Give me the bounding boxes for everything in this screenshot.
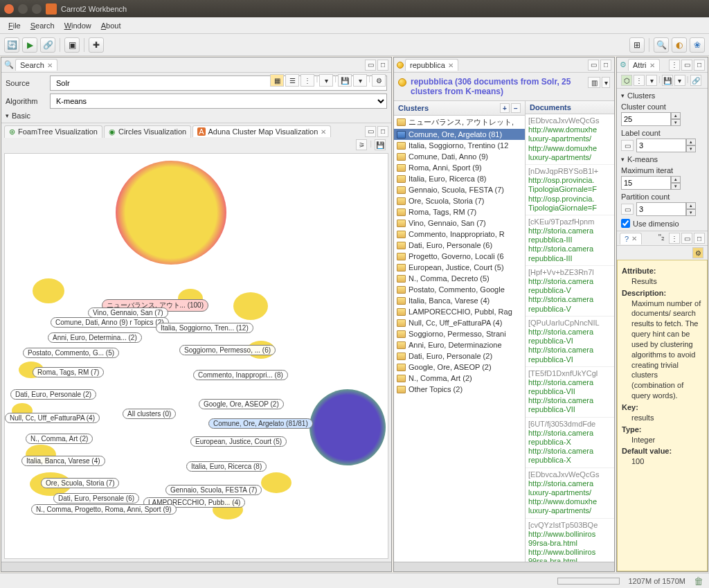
algorithm-select[interactable]: K-means <box>50 93 387 109</box>
cluster-item[interactable]: Soggiorno, Permesso, Strani <box>394 328 525 339</box>
viz-cluster-label[interactable]: Italia, Euro, Ricerca (8) <box>186 461 267 472</box>
window-close-icon[interactable] <box>4 4 14 14</box>
tree-icon[interactable]: ⋮ <box>300 74 314 87</box>
cluster-item[interactable]: Null, Cc, Uff_eFatturaPA (4) <box>394 317 525 328</box>
viz-cluster-label[interactable]: Soggiorno, Permesso, ... (6) <box>179 345 276 355</box>
cluster-item[interactable]: ニューバランス, アウトレット, <box>394 116 525 129</box>
attr-group-icon[interactable]: ⬡ <box>621 75 632 86</box>
cluster-item[interactable]: Italia, Euro, Ricerca (8) <box>394 173 525 184</box>
minimize-icon[interactable]: ▭ <box>365 126 376 137</box>
viz-cluster-label[interactable]: Null, Cc, Uff_eFatturaPA (4) <box>5 413 100 423</box>
minimize-icon[interactable]: ▭ <box>365 60 376 71</box>
cluster-item[interactable]: Roma, Anni, Sport (9) <box>394 162 525 173</box>
tab-aduna[interactable]: AAduna Cluster Map Visualization✕ <box>192 125 331 137</box>
document-item[interactable]: [QPuUarIuCpNncNILhttp://storia.camerarep… <box>526 317 614 367</box>
overview-icon[interactable]: ▣ <box>64 37 80 53</box>
viz-cluster-label[interactable]: Google, Ore, ASEOP (2) <box>199 399 284 409</box>
close-icon[interactable]: ✕ <box>448 62 454 69</box>
slider-icon[interactable]: ▭ <box>621 140 634 151</box>
cluster-item[interactable]: Dati, Euro, Personale (2) <box>394 350 525 362</box>
aduna-visualization[interactable]: ニューバランス, アウト... (100) Vino, Gennaio, San… <box>4 153 388 559</box>
cluster-item[interactable]: Vino, Gennaio, San (7) <box>394 217 525 229</box>
partition-input[interactable] <box>636 202 686 216</box>
menu-search[interactable]: Search <box>26 20 59 31</box>
viz-cluster-label[interactable]: Roma, Tags, RM (7) <box>33 367 104 377</box>
viz-cluster-label[interactable]: Anni, Euro, Determina... (2) <box>48 332 142 343</box>
document-item[interactable]: [TE5fD1DxnfUkYCglhttp://storia.camerarep… <box>526 367 614 418</box>
run-icon[interactable]: ▶ <box>22 37 37 53</box>
spin-up-icon[interactable]: ▴ <box>671 176 681 183</box>
max-iter-input[interactable] <box>621 176 671 190</box>
cluster-item[interactable]: Dati, Euro, Personale (6) <box>394 240 525 251</box>
cluster-item[interactable]: Comune, Dati, Anno (9) <box>394 151 525 162</box>
viz-cluster-label[interactable]: Gennaio, Scuola, FESTA (7) <box>165 485 262 495</box>
document-item[interactable]: [EDbvcaJxvWeQcGshttp://storia.cameraluxu… <box>526 468 614 519</box>
menu-file[interactable]: File <box>4 20 25 31</box>
cluster-item[interactable]: Italia, Banca, Varese (4) <box>394 295 525 306</box>
layout-icon[interactable]: ▦ <box>270 74 284 87</box>
menu-window[interactable]: Window <box>60 20 96 31</box>
cluster-item[interactable]: N., Comma, Decreto (5) <box>394 273 525 284</box>
settings-icon[interactable]: ⚙ <box>372 74 386 87</box>
cluster-item[interactable]: Gennaio, Scuola, FESTA (7) <box>394 184 525 195</box>
attr-link-icon[interactable]: 🔗 <box>690 75 701 86</box>
window-maximize-icon[interactable] <box>32 4 42 14</box>
maximize-icon[interactable]: □ <box>600 60 611 71</box>
section-clusters[interactable]: Clusters <box>621 91 703 100</box>
cluster-item[interactable]: Progetto, Governo, Locali (6 <box>394 251 525 262</box>
close-icon[interactable]: ✕ <box>321 128 326 136</box>
save-dropdown-icon[interactable]: ▾ <box>353 74 367 87</box>
cluster-item[interactable]: Postato, Commento, Google <box>394 284 525 295</box>
spin-down-icon[interactable]: ▾ <box>686 209 696 216</box>
cluster-item[interactable]: Google, Ore, ASEOP (2) <box>394 362 525 373</box>
minimize-icon[interactable]: ▭ <box>681 233 692 244</box>
attr-tree-icon[interactable]: ⋮ <box>634 75 645 86</box>
cluster-item[interactable]: Commento, Inappropriato, R <box>394 229 525 240</box>
spin-down-icon[interactable]: ▾ <box>671 183 681 190</box>
result-view-dropdown-icon[interactable]: ▾ <box>602 77 610 88</box>
cluster-item[interactable]: Ore, Scuola, Storia (7) <box>394 195 525 206</box>
spin-down-icon[interactable]: ▾ <box>671 119 681 126</box>
viz-cluster-label[interactable]: European, Justice, Court (5) <box>190 436 287 447</box>
collapse-icon[interactable]: ▾ <box>319 74 333 87</box>
cluster-count-input[interactable] <box>621 112 671 126</box>
cluster-item[interactable]: European, Justice, Court (5) <box>394 262 525 273</box>
tab-circles[interactable]: ◉Circles Visualization <box>104 125 191 138</box>
viz-cluster-label[interactable]: Vino, Gennaio, San (7) <box>88 308 168 318</box>
tab-foamtree[interactable]: ⊛FoamTree Visualization <box>4 125 102 138</box>
viz-tree-icon[interactable]: ⚞ <box>356 139 367 150</box>
result-view-icon[interactable]: ▥ <box>588 77 600 88</box>
viz-cluster-label[interactable]: Ore, Scuola, Storia (7) <box>41 478 119 488</box>
viz-cluster-label[interactable]: Italia, Soggiorno, Tren... (12) <box>156 323 253 333</box>
close-icon[interactable]: ✕ <box>47 62 53 69</box>
collapse-icon[interactable]: − <box>511 103 521 113</box>
attr-dropdown-icon[interactable]: ▾ <box>646 75 657 86</box>
document-item[interactable]: [cKEu/9TpazfHpnmhttp://storia.camerarepu… <box>526 215 614 266</box>
tab-help[interactable]: ?✕ <box>620 233 642 244</box>
document-item[interactable]: [EDbvcaJxvWeQcGshttp://www.domuxheluxury… <box>526 114 614 165</box>
cluster-item[interactable]: Comune, Ore, Argelato (81) <box>394 129 525 140</box>
viz-cluster-label[interactable]: Commento, Inappropri... (8) <box>193 370 288 380</box>
slider-icon[interactable]: ▭ <box>621 204 634 215</box>
expand-icon[interactable]: + <box>500 103 510 113</box>
spin-up-icon[interactable]: ▴ <box>686 202 696 209</box>
viz-cluster-label[interactable]: Italia, Banca, Varese (4) <box>21 456 105 466</box>
label-count-input[interactable] <box>636 139 686 152</box>
cluster-item[interactable]: Roma, Tags, RM (7) <box>394 206 525 217</box>
horizontal-scrollbar[interactable] <box>1 562 391 571</box>
section-kmeans[interactable]: K-means <box>621 155 703 163</box>
cluster-item[interactable]: Other Topics (2) <box>394 384 525 395</box>
document-item[interactable]: [Hpf+Vv+bZE3Rn7lhttp://storia.camerarepu… <box>526 266 614 317</box>
list-icon[interactable]: ☰ <box>285 74 299 87</box>
basic-section[interactable]: Basic <box>12 112 30 120</box>
link-icon[interactable]: 🔗 <box>40 37 55 53</box>
trash-icon[interactable]: 🗑 <box>694 576 703 587</box>
viz-cluster-label[interactable]: N., Comma, Art (2) <box>26 434 93 444</box>
viz-cluster-label[interactable]: Dati, Euro, Personale (2) <box>10 389 96 400</box>
new-icon[interactable]: 🔄 <box>4 37 19 53</box>
viz-save-icon[interactable]: 💾 <box>375 139 386 150</box>
viz-cluster-label[interactable]: Comune, Ore, Argelato (81/81) <box>208 418 313 429</box>
cluster-item[interactable]: Italia, Soggiorno, Trentino (12 <box>394 140 525 151</box>
tab-search[interactable]: Search ✕ <box>15 59 57 71</box>
document-item[interactable]: [cvQYzIstTp503BQehttp://www.bolliniros99… <box>526 519 614 562</box>
